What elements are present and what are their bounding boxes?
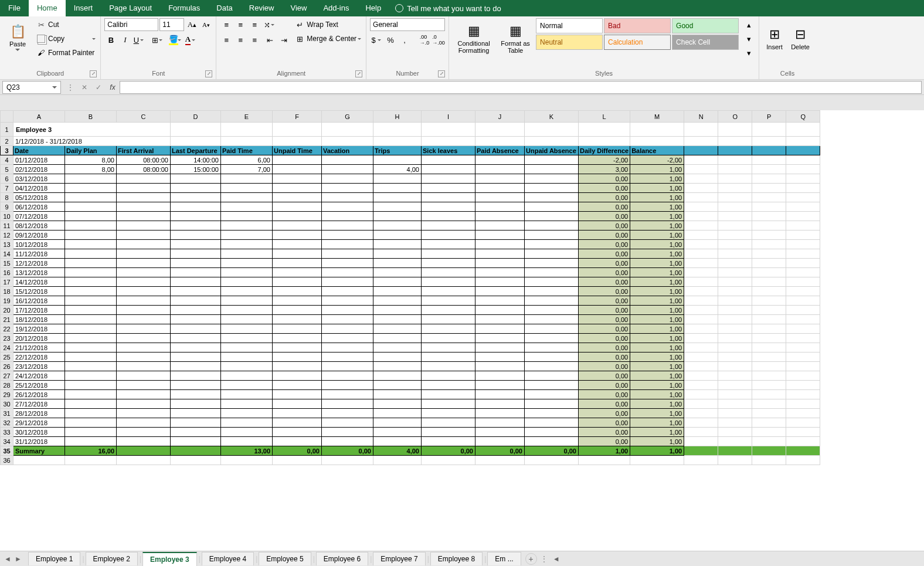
clipboard-group-label: Clipboard <box>36 70 64 77</box>
fx-button[interactable]: fx <box>106 81 120 94</box>
style-good[interactable]: Good <box>672 18 739 33</box>
group-font: A▴ A▾ B I U ⊞ 🪣 A Font⤢ <box>101 16 216 79</box>
ribbon: 📋 Paste Cut Copy Format Painter Clipboar… <box>0 16 924 80</box>
tab-formulas[interactable]: Formulas <box>160 0 208 16</box>
align-right-button[interactable]: ≡ <box>248 33 261 46</box>
tab-home[interactable]: Home <box>29 0 66 16</box>
fill-color-button[interactable]: 🪣 <box>170 33 183 46</box>
tab-data[interactable]: Data <box>208 0 240 16</box>
chevron-down-icon <box>15 49 20 53</box>
styles-group-label: Styles <box>595 70 613 77</box>
delete-cells-button[interactable]: ⊟ Delete <box>789 18 812 59</box>
delete-icon: ⊟ <box>795 27 806 42</box>
group-clipboard: 📋 Paste Cut Copy Format Painter Clipboar… <box>0 16 101 79</box>
font-color-icon: A <box>185 35 191 45</box>
style-normal[interactable]: Normal <box>536 18 603 33</box>
percent-button[interactable]: % <box>384 33 397 46</box>
copy-label: Copy <box>48 35 64 43</box>
font-color-button[interactable]: A <box>184 33 197 46</box>
decrease-indent-button[interactable]: ⇤ <box>263 33 276 46</box>
tab-insert[interactable]: Insert <box>66 0 101 16</box>
cut-label: Cut <box>48 21 59 29</box>
style-bad[interactable]: Bad <box>604 18 671 33</box>
tab-review[interactable]: Review <box>241 0 283 16</box>
tab-view[interactable]: View <box>282 0 315 16</box>
border-button[interactable]: ⊞ <box>151 33 164 46</box>
insert-icon: ⊞ <box>769 27 780 42</box>
merge-icon: ⊞ <box>295 34 304 43</box>
tell-me-label: Tell me what you want to do <box>407 4 501 13</box>
align-left-button[interactable]: ≡ <box>220 33 233 46</box>
format-painter-button[interactable]: Format Painter <box>34 46 97 59</box>
accounting-format-button[interactable]: $ <box>370 33 383 46</box>
conditional-formatting-button[interactable]: ▦ Conditional Formatting <box>453 18 495 59</box>
decrease-decimal-button[interactable]: .0→.00 <box>432 33 445 46</box>
chevron-down-icon <box>52 86 57 91</box>
number-format-select[interactable] <box>370 18 445 31</box>
group-cells: ⊞ Insert ⊟ Delete Cells <box>759 16 816 79</box>
cancel-formula-button[interactable]: ✕ <box>77 81 91 94</box>
copy-button[interactable]: Copy <box>34 32 97 45</box>
increase-font-button[interactable]: A▴ <box>185 18 198 31</box>
wrap-text-button[interactable]: ↵Wrap Text <box>293 18 362 31</box>
styles-scroll-down[interactable]: ▾ <box>742 32 755 45</box>
wrap-icon: ↵ <box>295 20 304 29</box>
tab-page-layout[interactable]: Page Layout <box>101 0 160 16</box>
merge-center-button[interactable]: ⊞Merge & Center <box>293 32 362 45</box>
brush-icon <box>36 48 46 57</box>
comma-button[interactable]: , <box>398 33 411 46</box>
clipboard-launcher[interactable]: ⤢ <box>90 70 97 77</box>
cond-fmt-icon: ▦ <box>468 23 480 39</box>
clipboard-icon: 📋 <box>10 24 26 39</box>
style-calculation[interactable]: Calculation <box>604 35 671 50</box>
cond-fmt-label: Conditional Formatting <box>453 40 495 54</box>
styles-more[interactable]: ▾ <box>742 46 755 59</box>
increase-decimal-button[interactable]: .00→.0 <box>418 33 431 46</box>
wrap-label: Wrap Text <box>307 21 338 29</box>
name-box-value: Q23 <box>6 83 20 91</box>
table-icon: ▦ <box>509 23 522 39</box>
bold-button[interactable]: B <box>104 33 117 46</box>
number-launcher[interactable]: ⤢ <box>438 70 445 77</box>
ribbon-tab-bar: File Home Insert Page Layout Formulas Da… <box>0 0 924 16</box>
cells-group-label: Cells <box>780 70 794 77</box>
delete-label: Delete <box>791 43 810 50</box>
insert-cells-button[interactable]: ⊞ Insert <box>763 18 786 59</box>
font-launcher[interactable]: ⤢ <box>205 70 212 77</box>
align-top-button[interactable]: ≡ <box>220 18 233 31</box>
alignment-launcher[interactable]: ⤢ <box>355 70 362 77</box>
align-center-button[interactable]: ≡ <box>234 33 247 46</box>
font-size-input[interactable] <box>159 18 184 31</box>
copy-icon <box>37 35 45 43</box>
align-middle-button[interactable]: ≡ <box>234 18 247 31</box>
orientation-button[interactable]: ⤭ <box>263 18 276 31</box>
alignment-group-label: Alignment <box>277 70 305 77</box>
formula-input[interactable] <box>120 81 922 94</box>
italic-button[interactable]: I <box>118 33 131 46</box>
underline-button[interactable]: U <box>133 33 145 46</box>
style-check-cell[interactable]: Check Cell <box>672 35 739 50</box>
group-number: $ % , .00→.0 .0→.00 Number⤢ <box>366 16 449 79</box>
name-box[interactable]: Q23 <box>2 81 61 94</box>
enter-formula-button[interactable]: ✓ <box>91 81 106 94</box>
format-painter-label: Format Painter <box>48 49 94 57</box>
number-group-label: Number <box>396 70 419 77</box>
font-name-input[interactable] <box>104 18 158 31</box>
tab-help[interactable]: Help <box>357 0 389 16</box>
paste-button[interactable]: 📋 Paste <box>4 18 32 59</box>
decrease-font-button[interactable]: A▾ <box>199 18 212 31</box>
scissors-icon <box>36 20 46 29</box>
format-as-table-button[interactable]: ▦ Format as Table <box>497 18 534 59</box>
style-neutral[interactable]: Neutral <box>536 35 603 50</box>
paste-label: Paste <box>9 40 26 48</box>
align-bottom-button[interactable]: ≡ <box>248 18 261 31</box>
increase-indent-button[interactable]: ⇥ <box>277 33 290 46</box>
tab-file[interactable]: File <box>0 0 29 16</box>
lightbulb-icon <box>395 4 403 12</box>
styles-scroll-up[interactable]: ▴ <box>742 18 755 31</box>
tell-me-search[interactable]: Tell me what you want to do <box>395 4 501 13</box>
cut-button[interactable]: Cut <box>34 18 97 31</box>
fmt-table-label: Format as Table <box>497 40 534 54</box>
formula-more-button[interactable]: ⋮ <box>63 81 77 94</box>
tab-addins[interactable]: Add-ins <box>315 0 357 16</box>
